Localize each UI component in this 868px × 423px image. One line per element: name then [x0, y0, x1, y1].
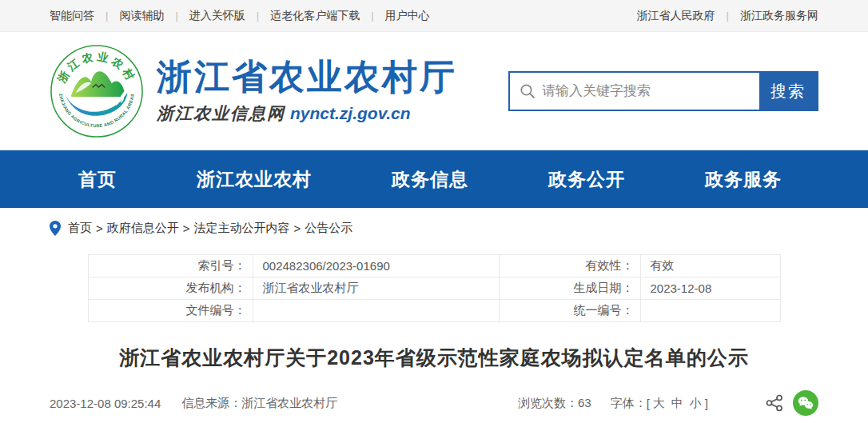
masthead: 浙江农业农村 ZHEJIANG AGRICULTURE AND RURAL AR… [0, 32, 868, 150]
separator: | [175, 10, 177, 22]
link-care-version[interactable]: 进入关怀版 [189, 9, 245, 23]
font-size-large[interactable]: 大 [653, 396, 665, 411]
source-label: 信息来源： [181, 396, 241, 411]
wechat-share-icon[interactable] [793, 390, 818, 416]
publish-timestamp: 2023-12-08 09:25:44 [50, 397, 161, 410]
top-utility-bar: 智能问答 | 阅读辅助 | 进入关怀版 | 适老化客户端下载 | 用户中心 浙江… [0, 0, 868, 32]
view-count: 浏览次数：63 [518, 396, 591, 411]
link-reading-aid[interactable]: 阅读辅助 [119, 9, 164, 23]
unified-number-value [640, 300, 780, 322]
search-icon [510, 73, 542, 110]
breadcrumb-gov-info-disclosure[interactable]: 政府信息公开 [107, 221, 179, 236]
topbar-left-links: 智能问答 | 阅读辅助 | 进入关怀版 | 适老化客户端下载 | 用户中心 [50, 9, 430, 23]
breadcrumb-separator: > [96, 221, 103, 235]
font-size-bracket: ] [705, 397, 708, 410]
breadcrumb-separator: > [183, 221, 190, 235]
validity-value: 有效 [640, 255, 780, 277]
issuing-agency-value: 浙江省农业农村厅 [253, 277, 499, 300]
font-size-label: 字体： [611, 396, 647, 411]
breadcrumb-home[interactable]: 首页 [68, 221, 92, 236]
location-pin-icon [50, 221, 61, 236]
breadcrumb-announcements[interactable]: 公告公示 [305, 221, 352, 236]
search-input[interactable] [542, 73, 759, 110]
font-size-bracket: [ [647, 397, 650, 410]
generation-date-label: 生成日期： [499, 277, 640, 300]
search-button[interactable]: 搜索 [759, 73, 817, 110]
link-user-center[interactable]: 用户中心 [385, 9, 430, 23]
breadcrumb-statutory-disclosure[interactable]: 法定主动公开内容 [194, 221, 290, 236]
link-zhejiang-gov[interactable]: 浙江省人民政府 [637, 9, 715, 23]
index-number-value: 002482306/2023-01690 [253, 255, 499, 277]
site-title[interactable]: 浙江省农业农村厅 [157, 58, 457, 96]
document-info-table: 索引号： 002482306/2023-01690 有效性： 有效 发布机构： … [88, 254, 781, 322]
nav-item-zhejiang-agriculture[interactable]: 浙江农业农村 [197, 167, 312, 192]
agency-logo: 浙江农业农村 ZHEJIANG AGRICULTURE AND RURAL AR… [50, 44, 144, 138]
table-row: 发布机构： 浙江省农业农村厅 生成日期： 2023-12-08 [88, 277, 780, 300]
separator: | [727, 10, 729, 22]
font-size-selector: 字体： [ 大 中 小 ] [611, 396, 708, 411]
article-title: 浙江省农业农村厅关于2023年省级示范性家庭农场拟认定名单的公示 [0, 345, 868, 371]
issuing-agency-label: 发布机构： [88, 277, 253, 300]
unified-number-label: 统一编号： [499, 300, 640, 322]
link-elderly-client-download[interactable]: 适老化客户端下载 [270, 9, 360, 23]
breadcrumb-separator: > [294, 221, 301, 235]
view-count-label: 浏览次数： [518, 396, 578, 409]
separator: | [371, 10, 373, 22]
document-number-value [253, 300, 499, 322]
share-icon[interactable] [766, 394, 783, 412]
site-subtitle: 浙江农业信息网nynct.zj.gov.cn [157, 102, 457, 125]
validity-label: 有效性： [499, 255, 640, 277]
view-count-value: 63 [578, 396, 591, 409]
link-zhejiang-service-net[interactable]: 浙江政务服务网 [740, 9, 818, 23]
main-navigation: 首页 浙江农业农村 政务信息 政务公开 政务服务 [0, 150, 868, 208]
font-size-medium[interactable]: 中 [671, 396, 683, 411]
table-row: 文件编号： 统一编号： [88, 300, 780, 322]
article-meta-bar: 2023-12-08 09:25:44 信息来源： 浙江省农业农村厅 浏览次数：… [50, 390, 818, 416]
separator: | [257, 10, 259, 22]
site-url: nynct.zj.gov.cn [290, 104, 411, 122]
topbar-right-links: 浙江省人民政府 | 浙江政务服务网 [637, 9, 818, 23]
separator: | [106, 10, 108, 22]
nav-item-home[interactable]: 首页 [78, 167, 117, 192]
document-number-label: 文件编号： [88, 300, 253, 322]
generation-date-value: 2023-12-08 [640, 277, 780, 300]
font-size-small[interactable]: 小 [690, 396, 702, 411]
breadcrumb: 首页 > 政府信息公开 > 法定主动公开内容 > 公告公示 [50, 208, 818, 248]
nav-item-gov-information[interactable]: 政务信息 [392, 167, 468, 192]
site-subtitle-name: 浙江农业信息网 [157, 104, 285, 122]
source-value: 浙江省农业农村厅 [241, 396, 337, 411]
nav-item-gov-services[interactable]: 政务服务 [705, 167, 782, 192]
link-smart-qa[interactable]: 智能问答 [50, 9, 94, 23]
index-number-label: 索引号： [88, 255, 253, 277]
search-box: 搜索 [508, 71, 818, 111]
nav-item-gov-disclosure[interactable]: 政务公开 [548, 167, 625, 192]
table-row: 索引号： 002482306/2023-01690 有效性： 有效 [88, 255, 780, 277]
